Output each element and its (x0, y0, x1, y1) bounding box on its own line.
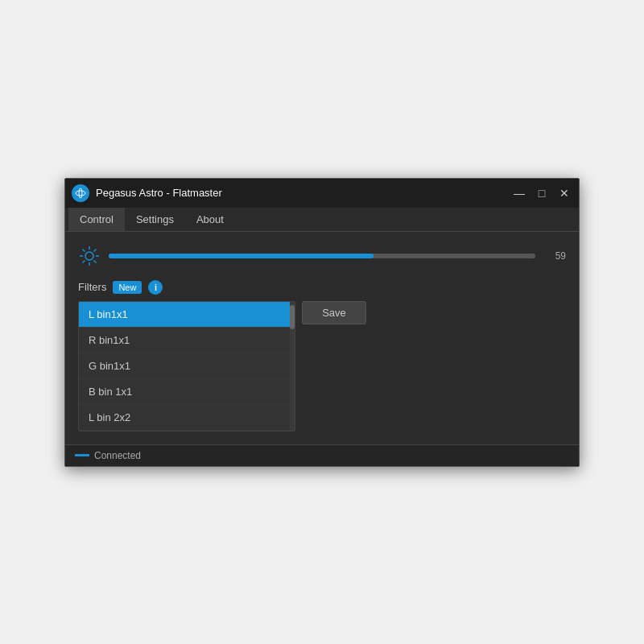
svg-point-3 (85, 252, 93, 260)
filter-list-scrollbar[interactable] (290, 302, 295, 431)
status-text: Connected (94, 450, 141, 461)
filter-item-4[interactable]: L bin 2x2 (79, 405, 295, 431)
brightness-slider[interactable] (109, 254, 535, 258)
menu-item-settings[interactable]: Settings (125, 208, 185, 231)
minimize-button[interactable]: — (511, 185, 527, 201)
brightness-row: 59 (78, 245, 566, 267)
status-indicator: Connected (75, 450, 141, 461)
app-logo (72, 184, 89, 202)
slider-fill (109, 254, 374, 258)
brightness-value: 59 (543, 250, 566, 262)
window-controls: — □ ✕ (511, 185, 572, 201)
info-icon[interactable]: i (148, 280, 163, 295)
menu-item-control[interactable]: Control (68, 208, 125, 231)
filter-item-3[interactable]: B bin 1x1 (79, 379, 295, 405)
filter-item-2[interactable]: G bin1x1 (79, 353, 295, 379)
menu-item-about[interactable]: About (185, 208, 235, 231)
window-title: Pegasus Astro - Flatmaster (96, 187, 511, 199)
actions-panel: Save (302, 301, 366, 431)
app-window: Pegasus Astro - Flatmaster — □ ✕ Control… (64, 178, 580, 467)
filter-item-1[interactable]: R bin1x1 (79, 328, 295, 353)
save-button[interactable]: Save (302, 301, 366, 324)
content-area: 59 Filters New i L bin1x1 R bin1x1 G bin… (65, 232, 579, 444)
svg-line-9 (94, 260, 97, 262)
svg-line-10 (94, 249, 97, 251)
status-line (75, 454, 89, 456)
filter-list: L bin1x1 R bin1x1 G bin1x1 B bin 1x1 L b… (78, 301, 295, 431)
close-button[interactable]: ✕ (556, 185, 572, 201)
brightness-icon (78, 245, 101, 267)
svg-line-8 (83, 249, 85, 251)
scrollbar-thumb (290, 305, 295, 329)
status-bar: Connected (65, 444, 579, 466)
svg-point-0 (76, 188, 85, 198)
svg-line-11 (83, 260, 85, 262)
new-filter-button[interactable]: New (113, 281, 142, 294)
filters-row: Filters New i (78, 280, 566, 295)
filters-label: Filters (78, 281, 106, 293)
menu-bar: Control Settings About (65, 208, 579, 232)
main-panel: L bin1x1 R bin1x1 G bin1x1 B bin 1x1 L b… (78, 301, 566, 431)
maximize-button[interactable]: □ (534, 185, 550, 201)
title-bar: Pegasus Astro - Flatmaster — □ ✕ (65, 179, 579, 208)
filter-item-0[interactable]: L bin1x1 (79, 302, 295, 328)
